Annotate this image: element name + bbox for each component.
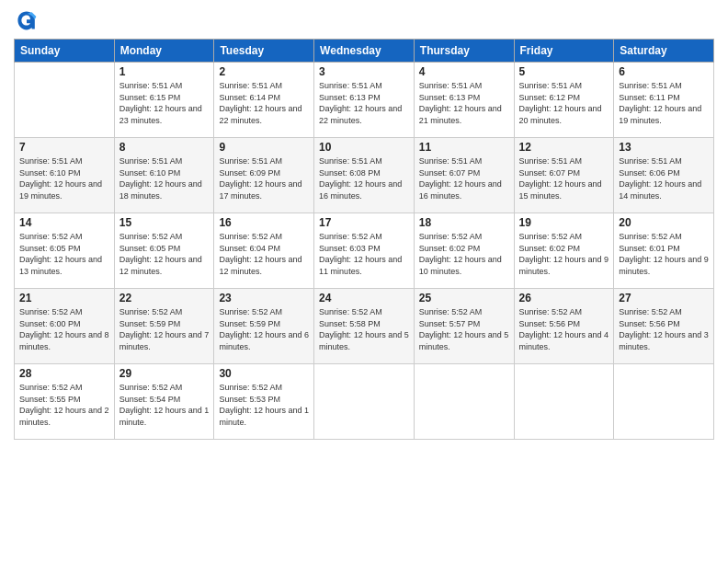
col-wednesday: Wednesday bbox=[314, 40, 415, 63]
day-info: Sunrise: 5:51 AM Sunset: 6:07 PM Dayligh… bbox=[419, 155, 509, 201]
calendar-cell: 1Sunrise: 5:51 AM Sunset: 6:15 PM Daylig… bbox=[114, 63, 214, 138]
calendar-cell: 27Sunrise: 5:52 AM Sunset: 5:56 PM Dayli… bbox=[614, 289, 714, 364]
day-info: Sunrise: 5:52 AM Sunset: 6:04 PM Dayligh… bbox=[219, 231, 309, 277]
day-number: 2 bbox=[219, 65, 309, 78]
calendar-cell: 28Sunrise: 5:52 AM Sunset: 5:55 PM Dayli… bbox=[15, 364, 115, 440]
calendar-cell: 10Sunrise: 5:51 AM Sunset: 6:08 PM Dayli… bbox=[314, 138, 415, 213]
day-number: 19 bbox=[519, 216, 609, 229]
day-number: 4 bbox=[419, 65, 509, 78]
calendar-cell bbox=[414, 364, 514, 440]
day-number: 12 bbox=[519, 141, 609, 154]
day-info: Sunrise: 5:51 AM Sunset: 6:07 PM Dayligh… bbox=[519, 155, 609, 201]
calendar-cell: 20Sunrise: 5:52 AM Sunset: 6:01 PM Dayli… bbox=[614, 213, 714, 289]
calendar-cell: 26Sunrise: 5:52 AM Sunset: 5:56 PM Dayli… bbox=[514, 289, 614, 364]
calendar-cell: 25Sunrise: 5:52 AM Sunset: 5:57 PM Dayli… bbox=[414, 289, 514, 364]
day-info: Sunrise: 5:52 AM Sunset: 5:59 PM Dayligh… bbox=[119, 306, 210, 352]
day-number: 9 bbox=[219, 141, 309, 154]
day-number: 10 bbox=[319, 141, 409, 154]
day-info: Sunrise: 5:51 AM Sunset: 6:08 PM Dayligh… bbox=[319, 155, 409, 201]
calendar-week-row: 1Sunrise: 5:51 AM Sunset: 6:15 PM Daylig… bbox=[15, 63, 714, 138]
calendar-cell: 22Sunrise: 5:52 AM Sunset: 5:59 PM Dayli… bbox=[114, 289, 214, 364]
calendar-cell: 2Sunrise: 5:51 AM Sunset: 6:14 PM Daylig… bbox=[214, 63, 314, 138]
day-info: Sunrise: 5:51 AM Sunset: 6:15 PM Dayligh… bbox=[119, 80, 210, 126]
day-number: 15 bbox=[119, 216, 210, 229]
day-info: Sunrise: 5:52 AM Sunset: 6:03 PM Dayligh… bbox=[319, 231, 409, 277]
calendar-cell: 30Sunrise: 5:52 AM Sunset: 5:53 PM Dayli… bbox=[214, 364, 314, 440]
day-number: 29 bbox=[119, 367, 210, 380]
calendar-cell: 3Sunrise: 5:51 AM Sunset: 6:13 PM Daylig… bbox=[314, 63, 415, 138]
day-info: Sunrise: 5:52 AM Sunset: 5:57 PM Dayligh… bbox=[419, 306, 509, 352]
day-number: 5 bbox=[519, 65, 609, 78]
calendar-week-row: 7Sunrise: 5:51 AM Sunset: 6:10 PM Daylig… bbox=[15, 138, 714, 213]
day-info: Sunrise: 5:52 AM Sunset: 6:05 PM Dayligh… bbox=[119, 231, 210, 277]
calendar-cell: 24Sunrise: 5:52 AM Sunset: 5:58 PM Dayli… bbox=[314, 289, 415, 364]
calendar-cell: 13Sunrise: 5:51 AM Sunset: 6:06 PM Dayli… bbox=[614, 138, 714, 213]
day-number: 27 bbox=[619, 292, 709, 304]
day-info: Sunrise: 5:51 AM Sunset: 6:10 PM Dayligh… bbox=[119, 155, 210, 201]
day-number: 7 bbox=[19, 141, 109, 154]
day-info: Sunrise: 5:52 AM Sunset: 5:55 PM Dayligh… bbox=[19, 382, 109, 428]
calendar-cell bbox=[15, 63, 115, 138]
calendar-cell: 19Sunrise: 5:52 AM Sunset: 6:02 PM Dayli… bbox=[514, 213, 614, 289]
page: Sunday Monday Tuesday Wednesday Thursday… bbox=[0, 0, 728, 563]
day-info: Sunrise: 5:52 AM Sunset: 5:59 PM Dayligh… bbox=[219, 306, 309, 352]
calendar-cell: 6Sunrise: 5:51 AM Sunset: 6:11 PM Daylig… bbox=[614, 63, 714, 138]
calendar-cell: 18Sunrise: 5:52 AM Sunset: 6:02 PM Dayli… bbox=[414, 213, 514, 289]
day-info: Sunrise: 5:51 AM Sunset: 6:13 PM Dayligh… bbox=[319, 80, 409, 126]
day-number: 3 bbox=[319, 65, 409, 78]
day-info: Sunrise: 5:51 AM Sunset: 6:13 PM Dayligh… bbox=[419, 80, 509, 126]
calendar-cell: 14Sunrise: 5:52 AM Sunset: 6:05 PM Dayli… bbox=[15, 213, 115, 289]
day-info: Sunrise: 5:52 AM Sunset: 5:53 PM Dayligh… bbox=[219, 382, 309, 428]
calendar-cell: 9Sunrise: 5:51 AM Sunset: 6:09 PM Daylig… bbox=[214, 138, 314, 213]
day-info: Sunrise: 5:52 AM Sunset: 6:02 PM Dayligh… bbox=[519, 231, 609, 277]
col-monday: Monday bbox=[114, 40, 214, 63]
day-number: 26 bbox=[519, 292, 609, 304]
calendar-week-row: 21Sunrise: 5:52 AM Sunset: 6:00 PM Dayli… bbox=[15, 289, 714, 364]
day-info: Sunrise: 5:52 AM Sunset: 6:05 PM Dayligh… bbox=[19, 231, 109, 277]
calendar-cell bbox=[314, 364, 415, 440]
day-info: Sunrise: 5:51 AM Sunset: 6:06 PM Dayligh… bbox=[619, 155, 709, 201]
day-number: 13 bbox=[619, 141, 709, 154]
calendar-cell: 7Sunrise: 5:51 AM Sunset: 6:10 PM Daylig… bbox=[15, 138, 115, 213]
calendar-cell: 15Sunrise: 5:52 AM Sunset: 6:05 PM Dayli… bbox=[114, 213, 214, 289]
day-info: Sunrise: 5:52 AM Sunset: 5:56 PM Dayligh… bbox=[619, 306, 709, 352]
day-info: Sunrise: 5:52 AM Sunset: 5:58 PM Dayligh… bbox=[319, 306, 409, 352]
day-number: 25 bbox=[419, 292, 509, 304]
calendar-cell bbox=[614, 364, 714, 440]
calendar-cell: 8Sunrise: 5:51 AM Sunset: 6:10 PM Daylig… bbox=[114, 138, 214, 213]
calendar-cell: 17Sunrise: 5:52 AM Sunset: 6:03 PM Dayli… bbox=[314, 213, 415, 289]
col-thursday: Thursday bbox=[414, 40, 514, 63]
day-info: Sunrise: 5:51 AM Sunset: 6:11 PM Dayligh… bbox=[619, 80, 709, 126]
calendar-cell: 12Sunrise: 5:51 AM Sunset: 6:07 PM Dayli… bbox=[514, 138, 614, 213]
day-number: 17 bbox=[319, 216, 409, 229]
day-info: Sunrise: 5:52 AM Sunset: 6:02 PM Dayligh… bbox=[419, 231, 509, 277]
calendar-cell: 23Sunrise: 5:52 AM Sunset: 5:59 PM Dayli… bbox=[214, 289, 314, 364]
day-number: 30 bbox=[219, 367, 309, 380]
col-saturday: Saturday bbox=[614, 40, 714, 63]
col-friday: Friday bbox=[514, 40, 614, 63]
day-info: Sunrise: 5:51 AM Sunset: 6:10 PM Dayligh… bbox=[19, 155, 109, 201]
day-info: Sunrise: 5:52 AM Sunset: 5:56 PM Dayligh… bbox=[519, 306, 609, 352]
calendar-cell: 21Sunrise: 5:52 AM Sunset: 6:00 PM Dayli… bbox=[15, 289, 115, 364]
calendar-cell bbox=[514, 364, 614, 440]
day-number: 20 bbox=[619, 216, 709, 229]
calendar-cell: 11Sunrise: 5:51 AM Sunset: 6:07 PM Dayli… bbox=[414, 138, 514, 213]
calendar-table: Sunday Monday Tuesday Wednesday Thursday… bbox=[14, 39, 714, 440]
col-sunday: Sunday bbox=[15, 40, 115, 63]
day-info: Sunrise: 5:52 AM Sunset: 6:00 PM Dayligh… bbox=[19, 306, 109, 352]
day-number: 23 bbox=[219, 292, 309, 304]
logo bbox=[14, 13, 38, 31]
day-info: Sunrise: 5:52 AM Sunset: 6:01 PM Dayligh… bbox=[619, 231, 709, 277]
day-number: 21 bbox=[19, 292, 109, 304]
calendar-cell: 29Sunrise: 5:52 AM Sunset: 5:54 PM Dayli… bbox=[114, 364, 214, 440]
day-info: Sunrise: 5:52 AM Sunset: 5:54 PM Dayligh… bbox=[119, 382, 210, 428]
calendar-cell: 16Sunrise: 5:52 AM Sunset: 6:04 PM Dayli… bbox=[214, 213, 314, 289]
day-number: 24 bbox=[319, 292, 409, 304]
header bbox=[14, 9, 714, 31]
calendar-week-row: 14Sunrise: 5:52 AM Sunset: 6:05 PM Dayli… bbox=[15, 213, 714, 289]
day-number: 22 bbox=[119, 292, 210, 304]
calendar-header-row: Sunday Monday Tuesday Wednesday Thursday… bbox=[15, 40, 714, 63]
day-number: 16 bbox=[219, 216, 309, 229]
day-info: Sunrise: 5:51 AM Sunset: 6:09 PM Dayligh… bbox=[219, 155, 309, 201]
col-tuesday: Tuesday bbox=[214, 40, 314, 63]
